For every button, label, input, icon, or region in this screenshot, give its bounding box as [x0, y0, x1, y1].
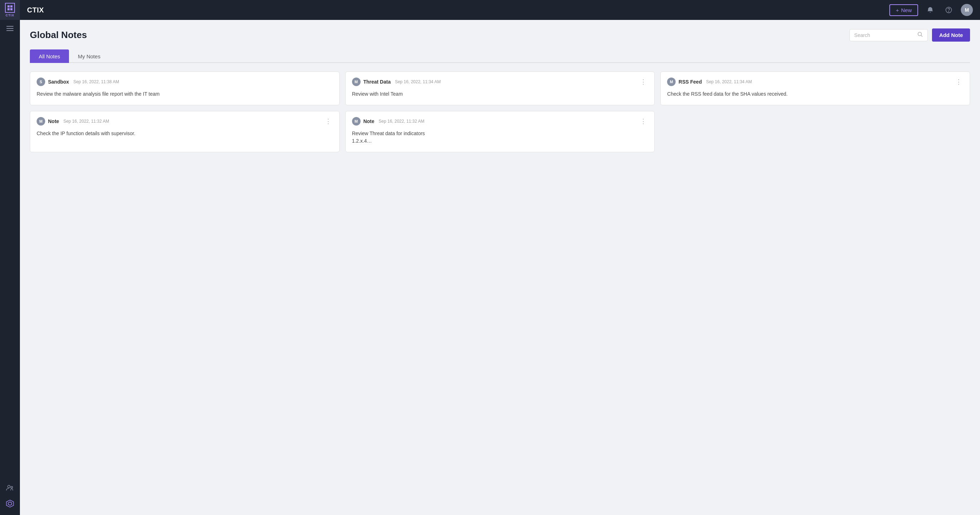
note-menu-button[interactable]: ⋮ [324, 118, 333, 124]
svg-point-7 [8, 485, 10, 488]
note-date: Sep 16, 2022, 11:34 AM [395, 79, 441, 84]
note-menu-button[interactable]: ⋮ [954, 79, 963, 85]
sidebar-logo-label: CTIX [6, 14, 14, 17]
note-body: Review Threat data for indicators1.2.x.4… [352, 130, 648, 145]
tab-all-notes[interactable]: All Notes [30, 49, 69, 63]
content-area: Global Notes Add Note All Notes [20, 20, 980, 515]
note-body: Check the RSS feed data for the SHA valu… [667, 90, 963, 98]
svg-marker-9 [6, 500, 14, 507]
help-button[interactable] [942, 3, 955, 16]
svg-point-8 [11, 486, 13, 488]
ctix-logo-icon [5, 3, 15, 13]
search-icon [917, 32, 923, 39]
note-card-1[interactable]: S Sandbox Sep 16, 2022, 11:38 AM Review … [30, 72, 340, 105]
note-header: M Note Sep 16, 2022, 11:32 AM ⋮ [352, 117, 648, 126]
sidebar-users-button[interactable] [3, 481, 17, 495]
note-menu-button[interactable]: ⋮ [639, 118, 648, 124]
note-avatar: M [37, 117, 45, 126]
note-name: Threat Data [363, 79, 391, 85]
note-name: Sandbox [48, 79, 69, 85]
new-button-label: New [901, 7, 912, 13]
note-menu-button[interactable]: ⋮ [639, 79, 648, 85]
top-navigation: CTIX + New M [20, 0, 980, 20]
user-avatar[interactable]: M [961, 4, 973, 16]
tab-my-notes[interactable]: My Notes [69, 49, 109, 63]
sidebar-cyware-button[interactable] [3, 496, 17, 511]
note-date: Sep 16, 2022, 11:38 AM [73, 79, 119, 84]
search-input[interactable] [854, 32, 915, 38]
note-card-3[interactable]: M RSS Feed Sep 16, 2022, 11:34 AM ⋮ Chec… [660, 72, 970, 105]
note-avatar: M [352, 117, 361, 126]
main-area: CTIX + New M [20, 0, 980, 515]
note-body: Review the malware analysis file report … [37, 90, 333, 98]
svg-point-12 [949, 11, 949, 12]
svg-line-14 [921, 35, 923, 37]
svg-rect-1 [10, 5, 13, 8]
note-name: Note [363, 118, 374, 124]
note-header: M RSS Feed Sep 16, 2022, 11:34 AM ⋮ [667, 78, 963, 86]
note-body: Review with Intel Team [352, 90, 648, 98]
svg-point-13 [918, 32, 922, 35]
header-actions: Add Note [850, 29, 970, 41]
notes-grid: S Sandbox Sep 16, 2022, 11:38 AM Review … [30, 72, 970, 152]
note-avatar: S [37, 78, 45, 86]
note-card-2[interactable]: M Threat Data Sep 16, 2022, 11:34 AM ⋮ R… [345, 72, 655, 105]
svg-rect-0 [8, 5, 10, 8]
note-date: Sep 16, 2022, 11:32 AM [379, 119, 425, 124]
notifications-button[interactable] [924, 3, 937, 16]
note-name: RSS Feed [678, 79, 702, 85]
note-date: Sep 16, 2022, 11:34 AM [706, 79, 752, 84]
notes-tabs: All Notes My Notes [30, 49, 970, 63]
new-button[interactable]: + New [889, 4, 918, 16]
app-title: CTIX [27, 6, 889, 14]
note-name: Note [48, 118, 59, 124]
note-header: S Sandbox Sep 16, 2022, 11:38 AM [37, 78, 333, 86]
new-plus-icon: + [896, 7, 899, 13]
note-body: Check the IP function details with super… [37, 130, 333, 137]
svg-rect-3 [10, 8, 13, 10]
note-card-4[interactable]: M Note Sep 16, 2022, 11:32 AM ⋮ Check th… [30, 111, 340, 152]
note-card-5[interactable]: M Note Sep 16, 2022, 11:32 AM ⋮ Review T… [345, 111, 655, 152]
note-header: M Note Sep 16, 2022, 11:32 AM ⋮ [37, 117, 333, 126]
page-title: Global Notes [30, 30, 87, 41]
svg-rect-6 [6, 30, 14, 31]
note-avatar: M [667, 78, 676, 86]
search-box[interactable] [850, 29, 928, 41]
note-date: Sep 16, 2022, 11:32 AM [63, 119, 109, 124]
svg-rect-4 [6, 26, 14, 27]
sidebar-logo[interactable]: CTIX [0, 0, 20, 20]
page-header: Global Notes Add Note [30, 29, 970, 41]
svg-rect-2 [8, 8, 10, 10]
topnav-actions: + New M [889, 3, 973, 16]
sidebar-hamburger-button[interactable] [0, 20, 20, 37]
note-header: M Threat Data Sep 16, 2022, 11:34 AM ⋮ [352, 78, 648, 86]
svg-marker-10 [8, 502, 12, 505]
add-note-button[interactable]: Add Note [932, 29, 970, 41]
note-avatar: M [352, 78, 361, 86]
svg-rect-5 [6, 28, 14, 29]
sidebar-bottom [3, 481, 17, 515]
sidebar: CTIX [0, 0, 20, 515]
